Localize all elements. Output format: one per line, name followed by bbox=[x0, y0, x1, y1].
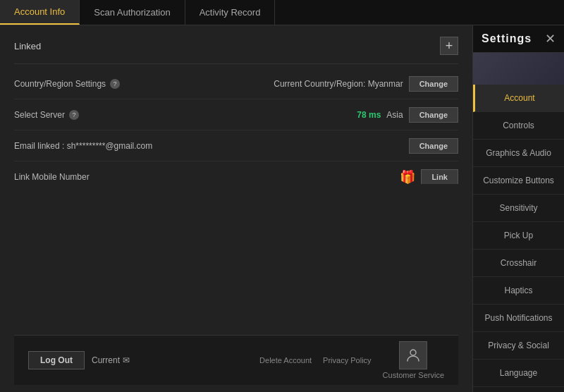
gift-icon[interactable]: 🎁 bbox=[400, 169, 415, 184]
sidebar-item-controls[interactable]: Controls bbox=[473, 112, 564, 140]
server-region: Asia bbox=[386, 110, 403, 120]
customer-service-icon[interactable] bbox=[399, 341, 427, 369]
sidebar-bg-image bbox=[473, 53, 564, 85]
sidebar: Settings ✕ Account Controls Graphics & A… bbox=[472, 25, 564, 392]
sidebar-item-haptics[interactable]: Haptics bbox=[473, 277, 564, 305]
sidebar-item-crosshair[interactable]: Crosshair bbox=[473, 250, 564, 277]
mobile-right: 🎁 Link bbox=[400, 169, 458, 184]
server-change-button[interactable]: Change bbox=[409, 107, 458, 123]
linked-label: Linked bbox=[14, 41, 41, 51]
logout-button[interactable]: Log Out bbox=[28, 351, 85, 369]
content-area: Linked + Country/Region Settings ? Curre… bbox=[0, 25, 472, 392]
envelope-icon: ✉ bbox=[123, 355, 130, 365]
svg-point-0 bbox=[410, 350, 416, 355]
sidebar-item-pick-up[interactable]: Pick Up bbox=[473, 222, 564, 250]
row-select-server: Select Server ? 78 ms Asia Change bbox=[14, 99, 458, 130]
country-region-right: Current Country/Region: Myanmar Change bbox=[274, 76, 458, 92]
sidebar-item-account[interactable]: Account bbox=[473, 85, 564, 112]
bottom-bar: Log Out Current ✉ Delete Account Privacy… bbox=[14, 335, 458, 385]
sidebar-header: Settings ✕ bbox=[473, 25, 564, 53]
sidebar-item-sensitivity[interactable]: Sensitivity bbox=[473, 195, 564, 222]
bottom-left: Log Out Current ✉ bbox=[28, 351, 130, 369]
content-scroll: Linked + Country/Region Settings ? Curre… bbox=[14, 32, 458, 184]
sidebar-item-customize-buttons[interactable]: Customize Buttons bbox=[473, 167, 564, 195]
privacy-policy-link[interactable]: Privacy Policy bbox=[323, 356, 371, 365]
divider-1 bbox=[14, 63, 458, 64]
tab-activity-record[interactable]: Activity Record bbox=[185, 0, 276, 25]
sidebar-item-privacy-social[interactable]: Privacy & Social bbox=[473, 332, 564, 360]
country-region-label: Country/Region Settings ? bbox=[14, 79, 120, 89]
bottom-right: Delete Account Privacy Policy Customer S… bbox=[259, 341, 444, 379]
sidebar-item-language[interactable]: Language bbox=[473, 360, 564, 387]
settings-title: Settings bbox=[482, 32, 532, 45]
row-mobile: Link Mobile Number 🎁 Link bbox=[14, 161, 458, 184]
country-region-value: Current Country/Region: Myanmar bbox=[274, 79, 403, 89]
country-region-help-icon[interactable]: ? bbox=[110, 79, 120, 89]
email-change-button[interactable]: Change bbox=[409, 138, 458, 154]
close-icon[interactable]: ✕ bbox=[545, 31, 556, 47]
customer-service-link[interactable]: Customer Service bbox=[383, 371, 444, 379]
add-linked-button[interactable]: + bbox=[440, 37, 458, 55]
server-label: Select Server ? bbox=[14, 110, 79, 120]
tab-bar: Account Info Scan Authorization Activity… bbox=[0, 0, 564, 25]
server-right: 78 ms Asia Change bbox=[357, 107, 458, 123]
main-layout: Linked + Country/Region Settings ? Curre… bbox=[0, 25, 564, 392]
sidebar-item-graphics-audio[interactable]: Graphics & Audio bbox=[473, 140, 564, 167]
row-email: Email linked : sh*********@gmail.com Cha… bbox=[14, 130, 458, 161]
country-region-change-button[interactable]: Change bbox=[409, 76, 458, 92]
tab-scan-auth[interactable]: Scan Authorization bbox=[80, 0, 185, 25]
email-right: Change bbox=[409, 138, 458, 154]
sidebar-item-push-notifications[interactable]: Push Notifications bbox=[473, 305, 564, 332]
mobile-label: Link Mobile Number bbox=[14, 172, 90, 182]
mobile-link-button[interactable]: Link bbox=[421, 169, 458, 184]
linked-row: Linked + bbox=[14, 32, 458, 59]
tab-account-info[interactable]: Account Info bbox=[0, 0, 80, 25]
row-country-region: Country/Region Settings ? Current Countr… bbox=[14, 68, 458, 99]
delete-account-link[interactable]: Delete Account bbox=[259, 356, 312, 365]
ping-value: 78 ms bbox=[357, 110, 381, 120]
server-help-icon[interactable]: ? bbox=[69, 110, 79, 120]
email-label: Email linked : sh*********@gmail.com bbox=[14, 141, 152, 151]
current-label: Current ✉ bbox=[92, 355, 130, 365]
